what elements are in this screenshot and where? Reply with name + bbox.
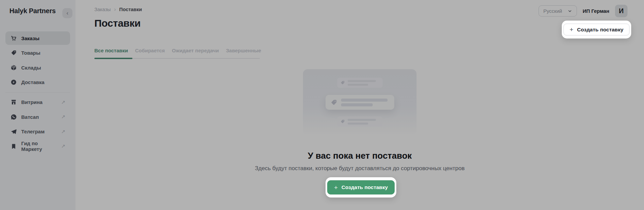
create-supply-button-label: Создать поставку (577, 27, 623, 33)
create-supply-button-header[interactable]: + Создать поставку (563, 24, 630, 35)
create-supply-button-main[interactable]: + Создать поставку (327, 180, 395, 194)
plus-icon: + (334, 184, 338, 191)
plus-icon: + (570, 26, 573, 33)
create-supply-button-label: Создать поставку (341, 184, 388, 190)
dim-overlay (0, 0, 644, 210)
app-window: Halyk Partners ‹ Заказы Товары (0, 0, 644, 210)
spotlight-create-supply-header: + Создать поставку (562, 21, 631, 38)
spotlight-create-supply-main: + Создать поставку (326, 177, 396, 198)
